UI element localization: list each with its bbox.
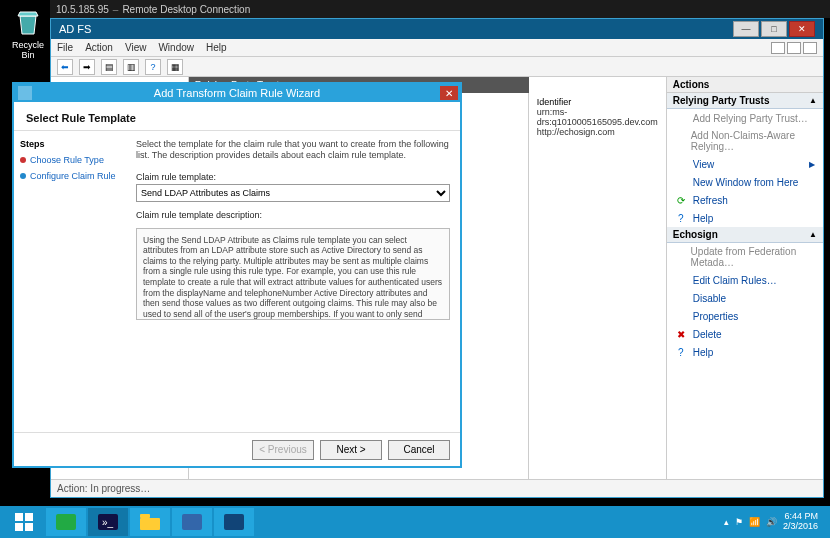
task-powershell[interactable]: »_: [88, 508, 128, 536]
action-add-nc[interactable]: Add Non-Claims-Aware Relying…: [667, 127, 823, 155]
steps-header: Steps: [20, 139, 120, 149]
wizard-icon: [18, 86, 32, 100]
toolbar-button-3[interactable]: ▦: [167, 59, 183, 75]
rp-details: Identifier urn:ms-drs:q1010005165095.dev…: [529, 93, 666, 479]
svg-rect-5: [56, 514, 76, 530]
toolbar: ⬅ ➡ ▤ ▥ ? ▦: [51, 57, 823, 77]
task-app-1[interactable]: [172, 508, 212, 536]
refresh-icon: ⟳: [675, 194, 687, 206]
mdi-close-button[interactable]: [803, 42, 817, 54]
identifier-label: Identifier: [537, 97, 658, 107]
menu-file[interactable]: File: [57, 42, 73, 53]
identifier-value-1: urn:ms-drs:q1010005165095.dev.com: [537, 107, 658, 127]
wizard-intro: Select the template for the claim rule t…: [136, 139, 450, 162]
rdc-titlebar: 10.5.185.95 – Remote Desktop Connection: [50, 0, 830, 18]
svg-rect-1: [15, 513, 23, 521]
statusbar: Action: In progress…: [51, 479, 823, 497]
minimize-button[interactable]: —: [733, 21, 759, 37]
svg-rect-10: [182, 514, 202, 530]
action-edit-claims[interactable]: Edit Claim Rules…: [667, 271, 823, 289]
collapse-icon: ▲: [809, 96, 817, 105]
next-button[interactable]: Next >: [320, 440, 382, 460]
toolbar-button-1[interactable]: ▤: [101, 59, 117, 75]
system-tray[interactable]: ▴ ⚑ 📶 🔊 6:44 PM 2/3/2016: [724, 512, 826, 532]
recycle-bin-label: Recycle Bin: [6, 40, 50, 60]
svg-rect-0: [18, 86, 32, 100]
action-properties[interactable]: Properties: [667, 307, 823, 325]
tray-sound-icon[interactable]: 🔊: [766, 517, 777, 527]
help-icon: ?: [675, 346, 687, 358]
toolbar-button-2[interactable]: ▥: [123, 59, 139, 75]
action-new-window[interactable]: New Window from Here: [667, 173, 823, 191]
help-icon: ?: [675, 212, 687, 224]
actions-section-echosign[interactable]: Echosign▲: [667, 227, 823, 243]
recycle-bin[interactable]: Recycle Bin: [6, 6, 50, 60]
mdi-restore-button[interactable]: [787, 42, 801, 54]
step-choose-rule-type[interactable]: Choose Rule Type: [20, 155, 120, 165]
task-explorer[interactable]: [130, 508, 170, 536]
wizard-title-text: Add Transform Claim Rule Wizard: [154, 87, 320, 99]
wizard-titlebar[interactable]: Add Transform Claim Rule Wizard ✕: [14, 84, 460, 102]
maximize-button[interactable]: □: [761, 21, 787, 37]
action-refresh[interactable]: ⟳Refresh: [667, 191, 823, 209]
svg-rect-2: [25, 513, 33, 521]
start-button[interactable]: [4, 508, 44, 536]
action-disable[interactable]: Disable: [667, 289, 823, 307]
svg-rect-11: [224, 514, 244, 530]
actions-section-rpt[interactable]: Relying Party Trusts▲: [667, 93, 823, 109]
nav-back-button[interactable]: ⬅: [57, 59, 73, 75]
tray-network-icon[interactable]: 📶: [749, 517, 760, 527]
svg-rect-3: [15, 523, 23, 531]
wizard-steps: Steps Choose Rule Type Configure Claim R…: [14, 131, 126, 432]
chevron-right-icon: ▶: [809, 160, 815, 169]
menu-view[interactable]: View: [125, 42, 147, 53]
clock-date: 2/3/2016: [783, 522, 818, 532]
mdi-min-button[interactable]: [771, 42, 785, 54]
task-app-2[interactable]: [214, 508, 254, 536]
menubar: File Action View Window Help: [51, 39, 823, 57]
action-help[interactable]: ?Help: [667, 209, 823, 227]
taskbar: »_ ▴ ⚑ 📶 🔊 6:44 PM 2/3/2016: [0, 506, 830, 538]
menu-window[interactable]: Window: [158, 42, 194, 53]
tray-up-icon[interactable]: ▴: [724, 517, 729, 527]
clock[interactable]: 6:44 PM 2/3/2016: [783, 512, 818, 532]
identifier-value-2: http://echosign.com: [537, 127, 658, 137]
svg-rect-4: [25, 523, 33, 531]
delete-icon: ✖: [675, 328, 687, 340]
svg-rect-8: [140, 518, 160, 530]
svg-text:»_: »_: [102, 517, 114, 528]
previous-button: < Previous: [252, 440, 314, 460]
wizard-close-button[interactable]: ✕: [440, 86, 458, 100]
toolbar-help-button[interactable]: ?: [145, 59, 161, 75]
rdc-ip: 10.5.185.95: [56, 4, 109, 15]
step-active-icon: [20, 157, 26, 163]
wizard-heading: Select Rule Template: [14, 102, 460, 130]
action-help-2[interactable]: ?Help: [667, 343, 823, 361]
step-configure-claim-rule[interactable]: Configure Claim Rule: [20, 171, 120, 181]
recycle-bin-icon: [12, 6, 44, 38]
nav-fwd-button[interactable]: ➡: [79, 59, 95, 75]
status-text: Action: In progress…: [57, 483, 150, 494]
template-select[interactable]: Send LDAP Attributes as Claims: [136, 184, 450, 202]
close-button[interactable]: ✕: [789, 21, 815, 37]
cancel-button[interactable]: Cancel: [388, 440, 450, 460]
task-server-manager[interactable]: [46, 508, 86, 536]
collapse-icon: ▲: [809, 230, 817, 239]
template-label: Claim rule template:: [136, 172, 450, 182]
menu-help[interactable]: Help: [206, 42, 227, 53]
step-pending-icon: [20, 173, 26, 179]
tray-flag-icon[interactable]: ⚑: [735, 517, 743, 527]
rdc-label: Remote Desktop Connection: [122, 4, 250, 15]
action-delete[interactable]: ✖Delete: [667, 325, 823, 343]
action-add-rp[interactable]: Add Relying Party Trust…: [667, 109, 823, 127]
adfs-title-text: AD FS: [59, 23, 91, 35]
action-view[interactable]: View▶: [667, 155, 823, 173]
adfs-titlebar[interactable]: AD FS — □ ✕: [51, 19, 823, 39]
actions-pane: Actions Relying Party Trusts▲ Add Relyin…: [666, 77, 823, 479]
menu-action[interactable]: Action: [85, 42, 113, 53]
action-update-fed[interactable]: Update from Federation Metada…: [667, 243, 823, 271]
svg-rect-9: [140, 514, 150, 518]
claim-rule-wizard: Add Transform Claim Rule Wizard ✕ Select…: [12, 82, 462, 468]
template-description: Using the Send LDAP Attribute as Claims …: [136, 228, 450, 320]
desc-label: Claim rule template description:: [136, 210, 450, 220]
